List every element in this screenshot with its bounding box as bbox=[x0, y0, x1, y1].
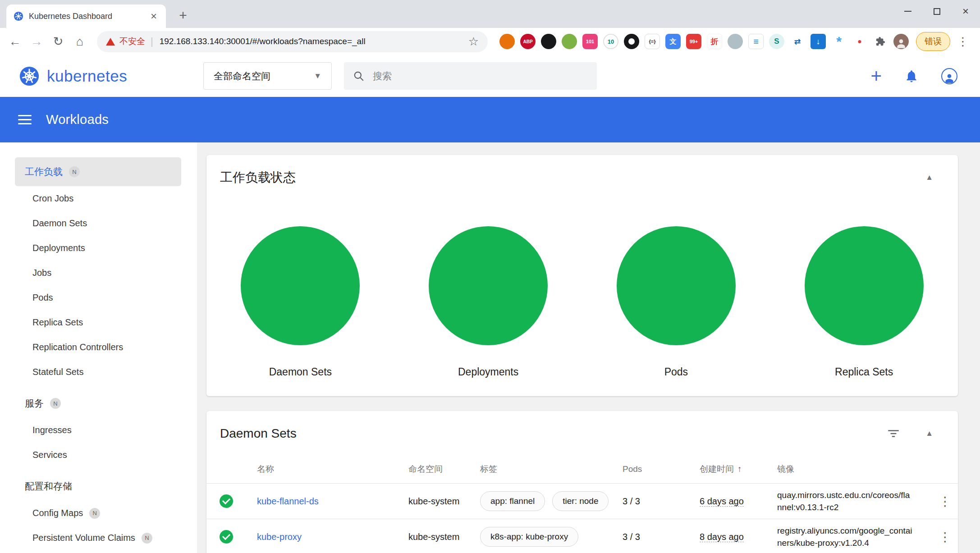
sort-ascending-icon[interactable]: ↑ bbox=[737, 464, 742, 474]
daemonset-name-link[interactable]: kube-proxy bbox=[257, 532, 408, 542]
column-name[interactable]: 名称 bbox=[257, 463, 408, 475]
label-chip: app: flannel bbox=[480, 491, 545, 511]
extension-icon-14[interactable]: S bbox=[769, 34, 784, 49]
namespace-cell: kube-system bbox=[408, 532, 480, 542]
browser-tab[interactable]: Kubernetes Dashboard × bbox=[6, 5, 166, 28]
sidebar-item-label: Ingresses bbox=[32, 425, 72, 435]
filter-icon[interactable] bbox=[887, 427, 900, 440]
user-account-icon[interactable] bbox=[941, 68, 957, 84]
row-menu-icon[interactable]: ⋮ bbox=[939, 494, 952, 509]
sidebar-item-replication-controllers[interactable]: Replication Controllers bbox=[15, 335, 181, 360]
extension-icon-11[interactable]: 折 bbox=[707, 34, 722, 49]
sidebar-item-config-storage-section[interactable]: 配置和存储 bbox=[15, 472, 181, 501]
sidebar-item-jobs[interactable]: Jobs bbox=[15, 261, 181, 285]
chart-daemon-sets: Daemon Sets bbox=[206, 226, 394, 378]
sidebar-item-config-maps[interactable]: Config Maps N bbox=[15, 501, 181, 526]
sidebar-item-persistent-volume-claims[interactable]: Persistent Volume Claims N bbox=[15, 526, 181, 550]
close-button[interactable]: × bbox=[951, 0, 980, 23]
extension-icon-5[interactable]: 101 bbox=[582, 34, 598, 49]
chrome-menu-icon[interactable]: ⋮ bbox=[954, 32, 972, 50]
kubernetes-logo[interactable]: kubernetes bbox=[19, 66, 127, 87]
extension-icon-4[interactable] bbox=[562, 34, 577, 49]
sidebar-item-stateful-sets[interactable]: Stateful Sets bbox=[15, 360, 181, 384]
sidebar-item-label: Deployments bbox=[32, 243, 85, 253]
kubernetes-header: kubernetes 全部命名空间 ▼ + bbox=[0, 55, 980, 97]
chart-replica-sets: Replica Sets bbox=[770, 226, 958, 378]
chevron-down-icon: ▼ bbox=[314, 72, 321, 81]
relative-time: 8 days ago bbox=[700, 532, 744, 542]
extension-icon-2[interactable]: ABP bbox=[520, 34, 536, 49]
chart-deployments: Deployments bbox=[394, 226, 582, 378]
maximize-button[interactable] bbox=[922, 0, 951, 23]
pie-chart bbox=[617, 226, 736, 345]
row-menu-icon[interactable]: ⋮ bbox=[939, 530, 952, 544]
extension-icon-15[interactable]: ⇄ bbox=[790, 34, 805, 49]
sidebar-item-ingresses[interactable]: Ingresses bbox=[15, 418, 181, 443]
extensions-puzzle-icon[interactable] bbox=[873, 34, 888, 49]
chart-label: Daemon Sets bbox=[269, 366, 332, 378]
tab-close-icon[interactable]: × bbox=[149, 11, 159, 22]
column-labels[interactable]: 标签 bbox=[480, 463, 623, 475]
extension-icon-6[interactable]: 10 bbox=[603, 34, 618, 49]
sidebar-item-label: 配置和存储 bbox=[25, 480, 72, 493]
new-tab-button[interactable]: + bbox=[174, 6, 192, 24]
chart-pods: Pods bbox=[582, 226, 770, 378]
extension-icon-7[interactable] bbox=[624, 34, 639, 49]
sidebar-item-pods[interactable]: Pods bbox=[15, 285, 181, 310]
extension-icon-12[interactable] bbox=[728, 34, 743, 49]
extension-icon-3[interactable] bbox=[541, 34, 556, 49]
table-row: kube-flannel-ds kube-system app: flannel… bbox=[206, 484, 958, 519]
window-controls: × bbox=[893, 0, 980, 23]
images-cell: registry.aliyuncs.com/google_containers/… bbox=[777, 525, 932, 549]
column-created-label: 创建时间 bbox=[700, 464, 734, 474]
hamburger-menu-icon[interactable] bbox=[18, 115, 32, 124]
collapse-card-icon[interactable]: ▲ bbox=[925, 429, 933, 438]
daemonset-name-link[interactable]: kube-flannel-ds bbox=[257, 496, 408, 507]
extension-icon-10[interactable]: 99+ bbox=[686, 34, 701, 49]
column-images[interactable]: 镜像 bbox=[777, 463, 932, 475]
sidebar-item-deployments[interactable]: Deployments bbox=[15, 236, 181, 261]
sidebar-item-services[interactable]: Services bbox=[15, 443, 181, 467]
sidebar-item-label: Jobs bbox=[32, 268, 51, 278]
back-icon[interactable]: ← bbox=[6, 32, 24, 50]
extensions-strip: ABP 101 10 {=} 文 99+ 折 ≡ S ⇄ ↓ * ● bbox=[499, 34, 909, 49]
column-pods[interactable]: Pods bbox=[623, 464, 700, 474]
refresh-icon[interactable]: ↻ bbox=[49, 32, 67, 50]
extension-icon-18[interactable]: ● bbox=[852, 34, 867, 49]
url-text[interactable]: 192.168.133.140:30001/#/workloads?namesp… bbox=[160, 37, 468, 46]
column-created[interactable]: 创建时间↑ bbox=[700, 463, 777, 475]
insecure-warning-icon[interactable] bbox=[106, 38, 115, 46]
labels-cell: app: flannel tier: node bbox=[480, 491, 623, 511]
sidebar-item-services-section[interactable]: 服务 N bbox=[15, 389, 181, 418]
notifications-bell-icon[interactable] bbox=[904, 69, 919, 83]
sidebar-item-workloads[interactable]: 工作负载 N bbox=[15, 157, 181, 186]
search-box[interactable] bbox=[344, 62, 597, 90]
home-icon[interactable]: ⌂ bbox=[71, 32, 89, 50]
extension-icon-9[interactable]: 文 bbox=[665, 34, 681, 49]
search-input[interactable] bbox=[373, 71, 571, 82]
extension-icon-17[interactable]: * bbox=[831, 34, 847, 49]
sidebar-item-label: Stateful Sets bbox=[32, 367, 83, 377]
profile-avatar[interactable] bbox=[893, 34, 909, 49]
bookmark-star-icon[interactable]: ☆ bbox=[468, 35, 479, 49]
created-cell: 8 days ago bbox=[700, 532, 777, 542]
address-bar[interactable]: 不安全 | 192.168.133.140:30001/#/workloads?… bbox=[97, 31, 488, 52]
forward-icon[interactable]: → bbox=[27, 32, 46, 50]
minimize-button[interactable] bbox=[893, 0, 922, 23]
extension-icon-16[interactable]: ↓ bbox=[811, 34, 826, 49]
sidebar-item-daemon-sets[interactable]: Daemon Sets bbox=[15, 211, 181, 236]
extension-icon-1[interactable] bbox=[499, 34, 515, 49]
table-header-row: 名称 命名空间 标签 Pods 创建时间↑ 镜像 bbox=[206, 455, 958, 484]
sidebar-item-label: Cron Jobs bbox=[32, 193, 73, 204]
insecure-label[interactable]: 不安全 bbox=[119, 36, 145, 47]
namespaced-badge: N bbox=[89, 508, 100, 519]
extension-icon-13[interactable]: ≡ bbox=[748, 34, 764, 49]
collapse-card-icon[interactable]: ▲ bbox=[925, 173, 933, 182]
extension-icon-8[interactable]: {=} bbox=[645, 34, 660, 49]
sidebar-item-cron-jobs[interactable]: Cron Jobs bbox=[15, 186, 181, 211]
column-namespace[interactable]: 命名空间 bbox=[408, 463, 480, 475]
sidebar-item-replica-sets[interactable]: Replica Sets bbox=[15, 310, 181, 335]
create-resource-icon[interactable]: + bbox=[870, 67, 882, 86]
namespace-selector[interactable]: 全部命名空间 ▼ bbox=[203, 62, 332, 90]
browser-error-button[interactable]: 错误 bbox=[916, 32, 950, 51]
